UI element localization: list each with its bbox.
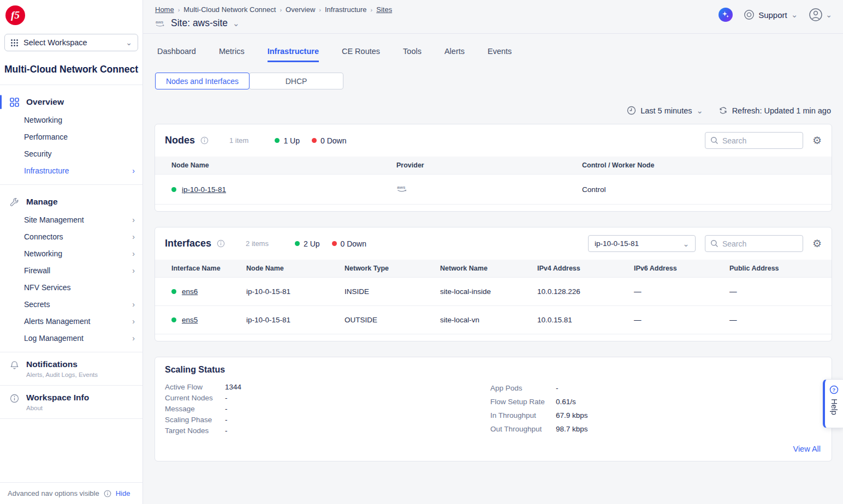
svg-text:?: ?: [833, 387, 836, 393]
tab-metrics[interactable]: Metrics: [219, 47, 245, 62]
interface-name-link[interactable]: ens5: [182, 316, 198, 324]
chevron-right-icon: ›: [132, 249, 135, 258]
view-all-link[interactable]: View All: [793, 445, 821, 453]
node-name-link[interactable]: ip-10-0-15-81: [182, 185, 226, 194]
f5-logo-icon[interactable]: f5: [5, 5, 25, 25]
sidebar-item-label: Infrastructure: [24, 166, 69, 175]
sidebar-section-label: Manage: [26, 197, 58, 207]
sidebar-item-site-management[interactable]: Site Management ›: [0, 211, 143, 228]
column-header[interactable]: IPv6 Address: [628, 260, 724, 278]
sidebar-item-networking-manage[interactable]: Networking ›: [0, 245, 143, 262]
cell-node-name: ip-10-0-15-81: [241, 306, 339, 334]
column-header[interactable]: Node Name: [155, 157, 391, 175]
cell-network-type: OUTSIDE: [339, 306, 435, 334]
workspace-selector[interactable]: Select Workspace ⌄: [4, 34, 138, 51]
workspace-info-subtitle: About: [26, 405, 89, 411]
sidebar-item-log-management[interactable]: Log Management ›: [0, 329, 143, 346]
column-header[interactable]: Network Name: [435, 260, 532, 278]
subtab-dhcp[interactable]: DHCP: [249, 73, 343, 89]
aws-provider-icon: aws: [396, 184, 408, 193]
sidebar-item-secrets[interactable]: Secrets ›: [0, 296, 143, 313]
tab-dashboard[interactable]: Dashboard: [157, 47, 196, 62]
sidebar-notifications[interactable]: Notifications Alerts, Audit Logs, Events: [0, 352, 143, 386]
cell-ipv4: 10.0.15.81: [532, 306, 628, 334]
sidebar-item-performance[interactable]: Performance: [0, 128, 143, 145]
metric-message: Message -: [165, 403, 490, 414]
chevron-right-icon: ›: [132, 166, 135, 175]
sidebar-section-manage[interactable]: Manage: [0, 193, 143, 211]
help-tab[interactable]: ? Help: [823, 379, 843, 428]
nodes-search-input[interactable]: [722, 136, 798, 145]
tab-events[interactable]: Events: [488, 47, 512, 62]
info-icon[interactable]: [200, 136, 209, 145]
gear-icon[interactable]: ⚙: [812, 238, 822, 249]
column-header[interactable]: Public Address: [724, 260, 832, 278]
sidebar-item-infrastructure[interactable]: Infrastructure ›: [0, 162, 143, 179]
column-header[interactable]: Provider: [391, 157, 577, 175]
gear-icon[interactable]: ⚙: [812, 135, 822, 146]
column-header[interactable]: Interface Name: [155, 260, 241, 278]
column-header[interactable]: Node Name: [241, 260, 339, 278]
support-label: Support: [758, 10, 787, 20]
interface-name-link[interactable]: ens6: [182, 287, 198, 296]
nodes-down-label: 0 Down: [320, 136, 346, 145]
interfaces-search[interactable]: [705, 235, 803, 252]
sidebar-item-label: Performance: [24, 133, 68, 141]
node-filter-select[interactable]: ip-10-0-15-81 ⌄: [588, 235, 696, 252]
column-header[interactable]: Network Type: [339, 260, 435, 278]
interfaces-search-input[interactable]: [722, 239, 798, 248]
tab-infrastructure[interactable]: Infrastructure: [268, 47, 319, 62]
refresh-control[interactable]: Refresh: Updated 1 min ago: [719, 106, 831, 115]
sidebar-workspace-info[interactable]: Workspace Info About: [0, 386, 143, 419]
tab-tools[interactable]: Tools: [403, 47, 422, 62]
sidebar-item-security[interactable]: Security: [0, 145, 143, 162]
tab-alerts[interactable]: Alerts: [444, 47, 465, 62]
scaling-status-panel: Scaling Status Active Flow 1344 Current …: [155, 357, 832, 461]
hide-nav-link[interactable]: Hide: [116, 489, 130, 497]
metric-value: -: [225, 416, 228, 424]
breadcrumb-home[interactable]: Home: [155, 5, 174, 14]
sidebar-item-nfv-services[interactable]: NFV Services: [0, 279, 143, 296]
column-header[interactable]: Control / Worker Node: [577, 157, 832, 175]
sidebar-item-alerts-management[interactable]: Alerts Management ›: [0, 313, 143, 329]
chevron-down-icon[interactable]: ⌄: [233, 19, 240, 28]
column-header[interactable]: IPv4 Address: [532, 260, 628, 278]
sidebar-item-label: Connectors: [24, 232, 63, 241]
ai-assistant-button[interactable]: [719, 8, 733, 22]
nodes-search[interactable]: [705, 132, 803, 149]
chevron-right-icon: ›: [132, 266, 135, 275]
time-range-selector[interactable]: Last 5 minutes ⌄: [627, 106, 703, 115]
subtab-nodes-and-interfaces[interactable]: Nodes and Interfaces: [155, 73, 250, 89]
sidebar-item-label: Networking: [24, 116, 62, 124]
interface-status-dot: [171, 317, 176, 322]
chevron-down-icon: ⌄: [696, 106, 703, 115]
sidebar-section-label: Overview: [26, 97, 64, 107]
interfaces-up-label: 2 Up: [304, 239, 320, 248]
info-icon[interactable]: [217, 239, 225, 248]
sidebar-item-label: Security: [24, 149, 52, 158]
breadcrumb-mcnc[interactable]: Multi-Cloud Network Connect: [183, 5, 276, 14]
node-status-dot: [171, 187, 176, 192]
support-menu[interactable]: Support ⌄: [744, 9, 798, 20]
sidebar-section-overview[interactable]: Overview: [0, 93, 143, 111]
refresh-label: Refresh: Updated 1 min ago: [732, 106, 831, 115]
chevron-right-icon: ›: [178, 7, 180, 13]
metric-value: 67.9 kbps: [556, 411, 588, 419]
cell-node-name: ip-10-0-15-81: [241, 278, 339, 306]
top-bar: Home › Multi-Cloud Network Connect › Ove…: [143, 0, 843, 34]
sidebar-item-firewall[interactable]: Firewall ›: [0, 262, 143, 279]
sidebar: f5 Select Workspace ⌄ Multi-Cloud Networ…: [0, 0, 143, 504]
sidebar-item-connectors[interactable]: Connectors ›: [0, 228, 143, 245]
help-question-icon: ?: [829, 385, 839, 394]
node-filter-value: ip-10-0-15-81: [595, 239, 639, 248]
sidebar-item-label: NFV Services: [24, 283, 71, 292]
metric-value: 0.61/s: [556, 398, 576, 406]
cell-network-name: site-local-inside: [435, 278, 532, 306]
chevron-right-icon: ›: [132, 334, 135, 343]
breadcrumb-sites[interactable]: Sites: [376, 5, 392, 14]
breadcrumb-infrastructure[interactable]: Infrastructure: [325, 5, 367, 14]
breadcrumb-overview[interactable]: Overview: [286, 5, 315, 14]
sidebar-item-networking[interactable]: Networking: [0, 111, 143, 128]
tab-ce-routes[interactable]: CE Routes: [342, 47, 380, 62]
user-menu[interactable]: ⌄: [809, 8, 832, 22]
